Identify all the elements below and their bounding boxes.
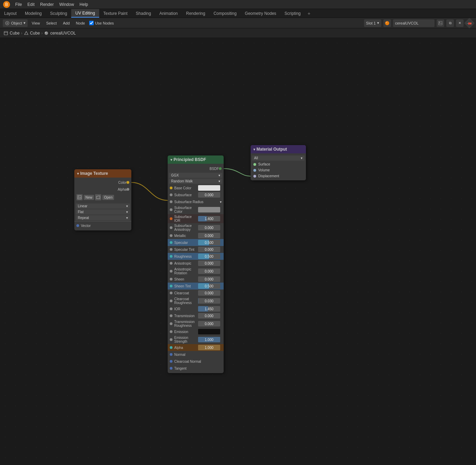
socket-transmission-dot[interactable] — [170, 314, 172, 317]
linear-dropdown[interactable]: Linear ▾ — [76, 203, 130, 209]
tab-rendering[interactable]: Rendering — [182, 9, 209, 18]
socket-base-color-dot[interactable] — [170, 187, 172, 189]
socket-trans-rough-dot[interactable] — [170, 322, 172, 325]
socket-cc-normal-dot[interactable] — [170, 360, 172, 363]
socket-displacement-dot[interactable] — [253, 175, 256, 178]
base-color-swatch[interactable] — [198, 185, 221, 191]
socket-clearcoat-dot[interactable] — [170, 292, 172, 294]
copy-icon[interactable]: ⧉ — [446, 19, 454, 27]
use-nodes-toggle[interactable]: Use Nodes — [89, 21, 114, 25]
trans-rough-value[interactable]: 0.000 — [198, 321, 221, 326]
menu-render[interactable]: Render — [37, 1, 56, 8]
socket-cc-roughness-dot[interactable] — [170, 300, 172, 302]
pin-icon[interactable]: 📌 — [464, 18, 475, 28]
socket-metallic-dot[interactable] — [170, 234, 172, 237]
emission-swatch[interactable] — [198, 329, 221, 334]
ior-value[interactable]: 1.450 — [198, 306, 221, 312]
socket-specular-dot[interactable] — [170, 241, 172, 244]
tab-animation[interactable]: Animation — [155, 9, 182, 18]
socket-subsurface-ior-dot[interactable] — [170, 217, 172, 220]
roughness-value[interactable]: 0.500 — [198, 254, 221, 259]
tab-uv-editing[interactable]: UV Editing — [71, 9, 99, 18]
tab-geometry-nodes[interactable]: Geometry Nodes — [241, 9, 280, 18]
subsurface-color-swatch[interactable] — [198, 207, 221, 212]
tab-modeling[interactable]: Modeling — [21, 9, 46, 18]
menu-file[interactable]: File — [12, 1, 25, 8]
transmission-value[interactable]: 0.000 — [198, 313, 221, 319]
socket-alpha[interactable] — [127, 188, 129, 191]
socket-sheen-dot[interactable] — [170, 278, 172, 281]
socket-aniso-rot-dot[interactable] — [170, 270, 172, 273]
tab-layout[interactable]: Layout — [0, 9, 21, 18]
repeat-dropdown[interactable]: Repeat ▾ — [76, 215, 130, 220]
slot-dropdown[interactable]: Slot 1 ▾ — [364, 19, 381, 27]
header-view[interactable]: View — [30, 20, 42, 26]
menu-edit[interactable]: Edit — [25, 1, 37, 8]
tab-shading[interactable]: Shading — [132, 9, 155, 18]
tab-compositing[interactable]: Compositing — [209, 9, 241, 18]
socket-volume-dot[interactable] — [253, 169, 256, 172]
metallic-value[interactable]: 0.000 — [198, 233, 221, 238]
node-principled-bsdf[interactable]: ▾ Principled BSDF BSDF GGX ▾ Random Walk… — [168, 155, 224, 373]
use-nodes-checkbox[interactable] — [89, 21, 94, 25]
new-btn[interactable]: New — [84, 195, 94, 200]
socket-vector[interactable] — [76, 224, 79, 227]
image-icon[interactable] — [437, 19, 444, 27]
spec-tint-value[interactable]: 0.000 — [198, 247, 221, 252]
socket-tangent-dot[interactable] — [170, 367, 172, 370]
mo-all-dropdown[interactable]: All ▾ — [252, 155, 305, 161]
distribution-dropdown[interactable]: GGX ▾ — [169, 173, 222, 178]
tab-scripting[interactable]: Scripting — [280, 9, 305, 18]
specular-value[interactable]: 0.500 — [198, 240, 221, 245]
subsurface-ior-value[interactable]: 1.400 — [198, 216, 221, 221]
clearcoat-value[interactable]: 0.000 — [198, 290, 221, 296]
aniso-rot-value[interactable]: 0.000 — [198, 268, 221, 274]
socket-emission-dot[interactable] — [170, 330, 172, 333]
socket-subsurface-radius-dot[interactable] — [170, 200, 172, 203]
socket-em-strength-dot[interactable] — [170, 338, 172, 341]
add-workspace-tab[interactable]: + — [305, 9, 313, 18]
material-name-input[interactable] — [393, 19, 435, 27]
socket-color[interactable] — [127, 181, 129, 184]
close-icon[interactable]: ✕ — [456, 19, 464, 27]
mode-dropdown[interactable]: Object ▾ — [3, 19, 28, 27]
header-node[interactable]: Node — [74, 20, 87, 26]
socket-normal-dot[interactable] — [170, 353, 172, 356]
socket-spec-tint-dot[interactable] — [170, 248, 172, 251]
sub-aniso-value[interactable]: 0.000 — [198, 225, 221, 230]
socket-roughness-dot[interactable] — [170, 255, 172, 258]
socket-subsurface-dot[interactable] — [170, 193, 172, 196]
node-image-texture[interactable]: ▾ Image Texture Color Alpha — [74, 169, 131, 230]
subsurface-method-dropdown[interactable]: Random Walk ▾ — [169, 179, 222, 184]
color-sphere-icon[interactable] — [383, 19, 391, 27]
socket-anisotropic-dot[interactable] — [170, 262, 172, 265]
socket-sub-aniso-dot[interactable] — [170, 226, 172, 229]
em-strength-value[interactable]: 1.000 — [198, 337, 221, 342]
socket-sheen-tint-dot[interactable] — [170, 285, 172, 287]
alpha-value[interactable]: 1.000 — [198, 345, 221, 350]
socket-alpha-dot[interactable] — [170, 346, 172, 349]
socket-ior-dot[interactable] — [170, 307, 172, 310]
node-image-texture-collapse[interactable]: ▾ — [77, 172, 79, 175]
cc-roughness-value[interactable]: 0.030 — [198, 298, 221, 304]
node-material-output[interactable]: ▾ Material Output All ▾ Surface Volume D — [251, 145, 306, 180]
socket-subsurface-color-dot[interactable] — [170, 208, 172, 211]
node-principled-collapse[interactable]: ▾ — [170, 158, 172, 162]
header-select[interactable]: Select — [44, 20, 59, 26]
sheen-value[interactable]: 0.000 — [198, 276, 221, 282]
node-mo-collapse[interactable]: ▾ — [253, 148, 255, 151]
folder-icon[interactable] — [95, 194, 101, 200]
open-btn[interactable]: Open — [102, 195, 114, 200]
image-browse-icon[interactable] — [76, 194, 83, 200]
socket-surface-dot[interactable] — [253, 163, 256, 166]
flat-dropdown[interactable]: Flat ▾ — [76, 209, 130, 215]
socket-bsdf[interactable] — [219, 167, 222, 170]
tab-sculpting[interactable]: Sculpting — [46, 9, 71, 18]
header-add[interactable]: Add — [61, 20, 72, 26]
sheen-tint-value[interactable]: 0.500 — [198, 283, 221, 289]
menu-window[interactable]: Window — [56, 1, 77, 8]
anisotropic-value[interactable]: 0.000 — [198, 260, 221, 266]
menu-help[interactable]: Help — [77, 1, 91, 8]
tab-texture-paint[interactable]: Texture Paint — [99, 9, 132, 18]
subsurface-value[interactable]: 0.000 — [198, 192, 221, 198]
